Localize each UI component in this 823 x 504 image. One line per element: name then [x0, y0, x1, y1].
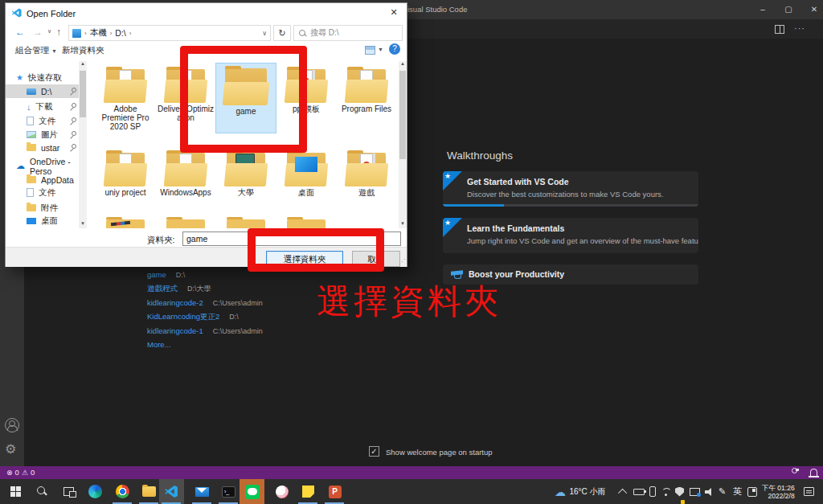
taskbar-powerpoint[interactable]: P	[322, 479, 347, 504]
task-view-button[interactable]	[56, 479, 81, 504]
folder-item[interactable]: 大學	[217, 148, 275, 197]
folder-item[interactable]: 桌面	[277, 148, 335, 197]
tray-display[interactable]	[690, 479, 700, 504]
recent-item[interactable]: 遊戲程式 D:\大學	[147, 284, 211, 295]
sidebar-item-documents-od[interactable]: 文件	[6, 186, 80, 199]
taskbar-line-attention[interactable]	[240, 479, 264, 504]
sidebar-item-appdata[interactable]: AppData	[6, 173, 80, 186]
recent-link[interactable]: 遊戲程式	[147, 284, 178, 294]
new-folder-button[interactable]: 新增資料夾	[62, 45, 104, 56]
help-icon[interactable]: ?	[389, 43, 400, 55]
dialog-title: Open Folder	[27, 9, 76, 18]
taskbar-terminal[interactable]: ›_	[216, 479, 241, 504]
chrome-icon	[116, 485, 129, 498]
ime-language[interactable]: 英	[733, 479, 742, 504]
tray-pen[interactable]: ✎	[719, 479, 726, 504]
walkthrough-card-fundamentals[interactable]: ★ Learn the Fundamentals Jump right into…	[443, 218, 698, 253]
sidebar-item-downloads[interactable]: ↓ 下載	[6, 100, 80, 113]
view-dropdown-icon[interactable]: ▼	[378, 47, 383, 52]
breadcrumb-root[interactable]: 本機	[90, 27, 107, 39]
dialog-close-button[interactable]: ✕	[381, 3, 407, 21]
address-bar[interactable]: › 本機 › D:\ › ∨	[68, 25, 271, 41]
recent-link[interactable]: game	[147, 270, 166, 279]
split-editor-icon[interactable]	[775, 25, 784, 34]
minimize-button[interactable]: –	[751, 0, 775, 19]
more-actions-icon[interactable]: ···	[794, 23, 805, 33]
taskbar-mail[interactable]	[190, 479, 215, 504]
recent-link[interactable]: kidlearingcode-1	[147, 326, 203, 335]
refresh-button[interactable]: ↻	[273, 25, 291, 41]
history-dropdown-icon[interactable]: ∨	[47, 28, 51, 35]
folder-item-partial[interactable]	[163, 217, 208, 228]
search-box[interactable]: 搜尋 D:\	[293, 25, 403, 41]
scroll-down-icon[interactable]: ▼	[399, 221, 407, 226]
recent-item[interactable]: KidLearncoding更正2 D:\	[147, 312, 239, 323]
weather-widget[interactable]: ☁ 16°C 小雨	[555, 479, 606, 504]
address-dropdown-icon[interactable]: ∨	[262, 30, 267, 37]
clock[interactable]: 下午 01:26 2022/2/8	[762, 479, 795, 504]
scrollbar-thumb[interactable]	[80, 71, 86, 117]
taskbar-sticky-notes[interactable]	[296, 479, 321, 504]
tray-volume[interactable]	[705, 479, 714, 504]
recent-item[interactable]: kidlearingcode-1 C:\Users\admin	[147, 326, 263, 338]
taskbar-vscode-active[interactable]	[159, 479, 184, 504]
close-button[interactable]: ✕	[802, 0, 823, 19]
organize-menu[interactable]: 組合管理 ▼	[15, 45, 57, 56]
scroll-up-icon[interactable]: ▲	[79, 61, 87, 66]
sidebar-item-pictures[interactable]: 圖片	[6, 128, 80, 141]
speaker-icon	[705, 488, 714, 496]
folder-item[interactable]: uniy project	[96, 148, 154, 197]
scroll-up-icon[interactable]: ▲	[399, 61, 407, 66]
tray-wifi[interactable]	[661, 479, 671, 504]
action-center-button[interactable]	[804, 479, 814, 504]
problems-status[interactable]: ⊗ 0 ⚠ 0	[6, 466, 35, 479]
more-link[interactable]: More...	[147, 340, 171, 349]
account-icon[interactable]	[5, 418, 19, 432]
folder-item-partial[interactable]	[103, 217, 148, 228]
warning-count: 0	[31, 466, 35, 479]
startup-checkbox[interactable]: ✓	[369, 446, 379, 457]
sidebar-item-attachments[interactable]: 附件	[6, 201, 80, 215]
feedback-icon[interactable]	[791, 468, 800, 477]
recent-item[interactable]: kidlearingcode-2 C:\Users\admin	[147, 298, 263, 309]
taskbar-chrome[interactable]	[110, 479, 135, 504]
folder-item[interactable]: 遊戲	[338, 148, 395, 197]
ime-mode[interactable]	[747, 479, 757, 504]
notifications-bell-icon[interactable]	[810, 469, 817, 476]
maximize-button[interactable]: ▢	[776, 0, 800, 19]
taskbar-paint-app[interactable]	[269, 479, 294, 504]
folder-item-partial[interactable]	[223, 217, 268, 228]
recent-link[interactable]: kidlearingcode-2	[147, 298, 203, 307]
folder-item[interactable]: Program Files	[338, 64, 395, 113]
sidebar-item-desktop[interactable]: 桌面	[6, 214, 80, 227]
recent-more[interactable]: More...	[147, 340, 171, 351]
recent-link[interactable]: KidLearncoding更正2	[147, 312, 219, 322]
back-icon[interactable]: ←	[15, 27, 25, 38]
sidebar-onedrive[interactable]: ☁ OneDrive - Perso	[6, 159, 80, 173]
sidebar-item-d-drive[interactable]: D:\	[6, 84, 80, 98]
breadcrumb-path[interactable]: D:\	[115, 28, 125, 38]
view-mode-icon[interactable]	[365, 46, 375, 55]
taskbar-search-button[interactable]	[30, 479, 55, 504]
folder-item[interactable]: Adobe Premiere Pro 2020 SP	[96, 64, 154, 131]
walkthrough-card-get-started[interactable]: ★ Get Started with VS Code Discover the …	[443, 171, 698, 207]
tray-battery[interactable]	[633, 479, 645, 504]
tray-phone[interactable]	[649, 479, 656, 504]
scroll-down-icon[interactable]: ▼	[79, 221, 87, 226]
start-button[interactable]	[3, 479, 28, 504]
scrollbar-thumb[interactable]	[399, 71, 406, 159]
sidebar-item-documents[interactable]: 文件	[6, 114, 80, 128]
resize-grip[interactable]: ⋰	[399, 258, 405, 265]
tray-expand[interactable]	[620, 479, 627, 504]
sidebar-item-ustar[interactable]: ustar	[6, 141, 80, 154]
chevron-up-icon	[618, 488, 627, 497]
settings-gear-icon[interactable]: ⚙	[5, 441, 16, 457]
up-icon[interactable]: ↑	[56, 27, 61, 38]
sidebar-quick-access[interactable]: ★ 快速存取	[6, 71, 80, 84]
taskbar-explorer[interactable]	[137, 479, 162, 504]
recent-item[interactable]: game D:\	[147, 270, 185, 281]
folder-item-partial[interactable]	[284, 217, 329, 228]
folder-item[interactable]: WindowsApps	[157, 148, 215, 197]
tray-security[interactable]	[675, 479, 684, 504]
taskbar-edge[interactable]	[83, 479, 108, 504]
